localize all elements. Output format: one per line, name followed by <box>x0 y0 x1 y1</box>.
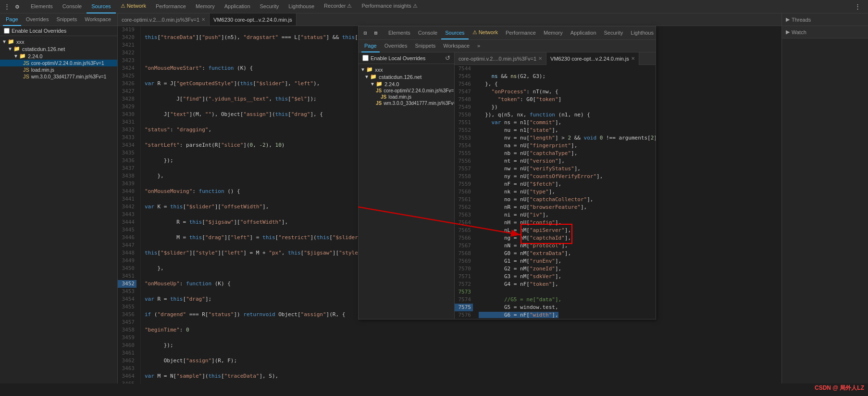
arrow-icon: ▶ <box>786 29 790 35</box>
folder-icon: 📁 <box>8 38 14 45</box>
rp-panel-tab-snippets[interactable]: Snippets <box>412 40 438 52</box>
code-line: var M = N["sample"](this["traceData"], S… <box>145 372 778 380</box>
js-file-icon: JS <box>23 74 29 79</box>
threads-section[interactable]: ▶ Threads <box>782 13 868 26</box>
rp-tab-application[interactable]: Application <box>567 27 600 39</box>
rp-overrides-checkbox[interactable] <box>362 55 369 61</box>
panel-toolbar: Page Overrides Snippets Workspace » <box>0 13 117 26</box>
tree-item-xxx[interactable]: ▼ 📁 xxx <box>0 38 117 45</box>
rp-detach-icon[interactable]: ⊞ <box>371 28 381 38</box>
arrow-icon: ▼ <box>2 39 7 44</box>
top-toolbar: ⋮ ⚙ Elements Console Sources ⚠ Network P… <box>0 0 868 13</box>
watch-section[interactable]: ▶ Watch <box>782 26 868 38</box>
tab-console[interactable]: Console <box>58 0 87 13</box>
rp-main-toolbar: ⊡ ⊞ Elements Console Sources ⚠ Network P… <box>359 26 656 40</box>
settings-icon[interactable]: ⚙ <box>12 2 22 12</box>
rp-code-content[interactable]: ns && ns(G2, G3); }, { "onProcess": nT(n… <box>476 65 656 319</box>
rp-line-numbers: 75447545754675477548 7549755075517552755… <box>455 65 476 319</box>
rp-panel-tab-more[interactable]: » <box>474 40 483 52</box>
arrow-icon: ▼ <box>13 53 18 59</box>
js-file-icon: JS <box>23 60 29 66</box>
rp-close-tab-icon[interactable]: ✕ <box>538 56 542 61</box>
rp-tab-elements[interactable]: Elements <box>384 27 414 39</box>
editor-tab-1[interactable]: core-optimi.v.2....0.min.js%3Fv=1 ✕ <box>118 13 210 26</box>
devtools-icons: ⋮ ⚙ <box>2 2 22 12</box>
rp-tab-label: VM6230 core-opt...v.2.24.0.min.js <box>550 56 629 62</box>
rp-tab-memory[interactable]: Memory <box>540 27 567 39</box>
rp-panel-tab-workspace[interactable]: Workspace <box>440 40 472 52</box>
tab-application[interactable]: Application <box>220 0 255 13</box>
enable-overrides-row: Enable Local Overrides <box>0 26 117 36</box>
watch-label: Watch <box>792 29 806 35</box>
right-panel: ⊡ ⊞ Elements Console Sources ⚠ Network P… <box>358 26 656 319</box>
tree-label: core-optimiV.2.24.0.min.js%3Fv=1 <box>31 61 104 66</box>
tab-performance-insights[interactable]: Performance insights ⚠ <box>357 0 422 13</box>
rp-tree-item-xxx[interactable]: ▼ 📁 xxx <box>359 66 454 73</box>
tab-elements[interactable]: Elements <box>26 0 58 13</box>
rp-second-toolbar: Page Overrides Snippets Workspace » <box>359 40 656 52</box>
arrow-icon: ▶ <box>786 16 790 23</box>
rp-tree-item-cstatic[interactable]: ▼ 📁 cstaticdun.126.net <box>359 73 454 80</box>
editor-tabs: core-optimi.v.2....0.min.js%3Fv=1 ✕ VM62… <box>118 13 781 26</box>
editor-tab-2[interactable]: VM6230 core-opt...v.2.24.0.min.js <box>210 13 297 26</box>
tab-sources[interactable]: Sources <box>87 0 115 13</box>
tree-label: wm.3.0.0_33d41777.min.js%3Fv=1 <box>31 74 106 79</box>
rp-editor-tab-2[interactable]: VM6230 core-opt...v.2.24.0.min.js ✕ <box>546 52 639 65</box>
right-toolbar-icons: ⋮ <box>853 2 862 12</box>
tree-item-load[interactable]: JS load.min.js <box>0 66 117 73</box>
rp-tab-performance[interactable]: Performance <box>502 27 540 39</box>
panel-tab-page[interactable]: Page <box>3 13 21 26</box>
right-sidebar: ▶ Threads ▶ Watch <box>781 13 868 383</box>
line-numbers: 34193420342134223423 3424342534263427342… <box>118 26 141 383</box>
dock-icon[interactable]: ⋮ <box>2 2 12 12</box>
rp-tab-security[interactable]: Security <box>600 27 627 39</box>
tab-recorder[interactable]: Recorder ⚠ <box>319 0 357 13</box>
rp-tab-lighthouse[interactable]: Lighthouse <box>627 27 654 39</box>
enable-overrides-checkbox[interactable] <box>4 28 10 34</box>
rp-file-panel: Enable Local Overrides ↺ ▼ 📁 xxx ▼ 📁 cst… <box>359 52 455 319</box>
tree-item-2240[interactable]: ▼ 📁 2.24.0 <box>0 52 117 60</box>
tab-network[interactable]: ⚠ Network <box>116 0 151 13</box>
threads-label: Threads <box>792 17 811 23</box>
tree-item-cstaticdun[interactable]: ▼ 📁 cstaticdun.126.net <box>0 45 117 52</box>
rp-tab-network[interactable]: ⚠ Network <box>469 27 502 39</box>
editor-tab-label: VM6230 core-opt...v.2.24.0.min.js <box>213 17 292 23</box>
enable-overrides-label: Enable Local Overrides <box>12 28 66 34</box>
more-tools-icon[interactable]: ⋮ <box>853 2 862 12</box>
tab-memory[interactable]: Memory <box>191 0 220 13</box>
panel-tab-snippets[interactable]: Snippets <box>53 13 80 26</box>
tree-label: load.min.js <box>31 67 54 73</box>
rp-panel-tab-overrides[interactable]: Overrides <box>382 40 410 52</box>
tree-item-wm[interactable]: JS wm.3.0.0_33d41777.min.js%3Fv=1 <box>0 73 117 80</box>
rp-enable-overrides: Enable Local Overrides ↺ <box>359 52 454 64</box>
rp-dock-icon[interactable]: ⊡ <box>360 28 370 38</box>
rp-tab-console[interactable]: Console <box>414 27 441 39</box>
editor-tab-label: core-optimi.v.2....0.min.js%3Fv=1 <box>122 17 199 23</box>
js-file-icon: JS <box>23 67 29 73</box>
rp-tree-item-core[interactable]: JS core-optimiV.2.24.0.min.js%3Fv=1 <box>359 88 454 94</box>
panel-tab-workspace[interactable]: Workspace <box>82 13 114 26</box>
left-panel: Page Overrides Snippets Workspace » Enab… <box>0 13 118 383</box>
tree-label: xxx <box>16 39 25 45</box>
rp-refresh-icon[interactable]: ↺ <box>445 54 450 62</box>
rp-editor-tab-1[interactable]: core-optimi.v.2....0.min.js%3Fv=1 ✕ <box>455 52 546 65</box>
rp-editor-tabs: core-optimi.v.2....0.min.js%3Fv=1 ✕ VM62… <box>455 52 656 65</box>
close-tab-icon[interactable]: ✕ <box>201 17 205 22</box>
rp-tree-item-224[interactable]: ▼ 📁 2.24.0 <box>359 80 454 88</box>
rp-tree-item-wm[interactable]: JS wm.3.0.0_33d41777.min.js%3Fv=1 <box>359 100 454 106</box>
rp-tree-item-load[interactable]: JS load.min.js <box>359 94 454 100</box>
arrow-icon: ▼ <box>8 46 12 51</box>
tab-lighthouse[interactable]: Lighthouse <box>284 0 319 13</box>
file-tree: ▼ 📁 xxx ▼ 📁 cstaticdun.126.net ▼ 📁 2.24.… <box>0 36 117 383</box>
main-tab-bar: Elements Console Sources ⚠ Network Perfo… <box>26 0 422 13</box>
code-line: Object["assign"](R, F); <box>145 357 778 365</box>
tree-label: cstaticdun.126.net <box>22 46 65 52</box>
panel-tab-overrides[interactable]: Overrides <box>23 13 52 26</box>
tab-security[interactable]: Security <box>255 0 284 13</box>
rp-tab-sources[interactable]: Sources <box>441 27 468 39</box>
tree-item-core[interactable]: JS core-optimiV.2.24.0.min.js%3Fv=1 <box>0 60 117 66</box>
rp-close-tab-2-icon[interactable]: ✕ <box>631 56 635 61</box>
rp-panel-tab-page[interactable]: Page <box>361 40 380 52</box>
rp-file-tree: ▼ 📁 xxx ▼ 📁 cstaticdun.126.net ▼ 📁 2.24.… <box>359 64 454 319</box>
tab-performance[interactable]: Performance <box>151 0 191 13</box>
